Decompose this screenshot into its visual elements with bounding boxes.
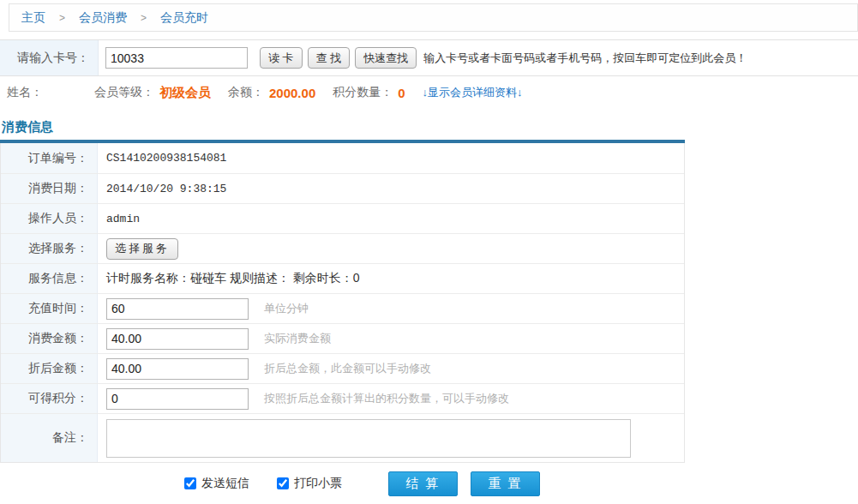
consume-date-row: 消费日期： 2014/10/20 9:38:15 [1,173,684,203]
service-info-row: 服务信息： 计时服务名称：碰碰车 规则描述： 剩余时长：0 [1,263,684,293]
service-info-value: 计时服务名称：碰碰车 规则描述： 剩余时长：0 [106,271,360,286]
breadcrumb-member-consume[interactable]: 会员消费 [79,10,127,26]
member-balance-label: 余额： [228,85,264,100]
breadcrumb-home[interactable]: 主页 [21,10,45,26]
reset-button[interactable]: 重 置 [471,471,540,496]
consume-date-label: 消费日期： [1,174,98,203]
order-no-label: 订单编号： [1,143,98,173]
remark-row: 备注： [1,413,684,462]
footer-actions: 发送短信 打印小票 结 算 重 置 [0,471,685,496]
consume-amount-label: 消费金额： [1,324,98,353]
remark-label: 备注： [1,414,98,462]
settle-button[interactable]: 结 算 [388,471,458,496]
recharge-time-label: 充值时间： [1,294,98,323]
card-number-label: 请输入卡号： [0,40,99,75]
card-number-input[interactable] [105,47,248,69]
operator-value: admin [106,213,140,225]
order-no-row: 订单编号： CS1410200938154081 [1,143,684,173]
find-button[interactable]: 查 找 [308,47,351,69]
print-receipt-checkbox[interactable] [277,477,289,489]
earn-points-row: 可得积分： 按照折后总金额计算出的积分数量，可以手动修改 [1,383,684,413]
quick-find-button[interactable]: 快速查找 [355,47,417,69]
breadcrumb: 主页 > 会员消费 > 会员充时 [9,3,858,32]
show-member-detail-link[interactable]: ↓显示会员详细资料↓ [423,85,523,100]
recharge-time-hint: 单位分钟 [264,301,309,316]
order-no-value: CS1410200938154081 [106,152,226,165]
consume-amount-hint: 实际消费金额 [264,331,331,346]
remark-textarea[interactable] [106,419,631,458]
member-info-row: 姓名： 会员等级： 初级会员 余额： 2000.00 积分数量： 0 ↓显示会员… [0,76,858,109]
operator-label: 操作人员： [1,204,98,233]
earn-points-hint: 按照折后总金额计算出的积分数量，可以手动修改 [264,391,509,406]
section-title-consume-info: 消费信息 [2,119,858,135]
read-card-button[interactable]: 读 卡 [260,47,303,69]
breadcrumb-separator-icon: > [59,12,65,24]
member-points-label: 积分数量： [333,85,393,100]
consume-amount-input[interactable] [106,328,249,350]
recharge-time-row: 充值时间： 单位分钟 [1,293,684,323]
breadcrumb-separator-icon: > [141,12,147,24]
card-search-hint: 输入卡号或者卡面号码或者手机号码，按回车即可定位到此会员！ [423,51,747,66]
earn-points-label: 可得积分： [1,384,98,413]
earn-points-input[interactable] [106,388,249,410]
member-level-value: 初级会员 [159,85,211,101]
member-level-label: 会员等级： [94,85,154,100]
consume-amount-row: 消费金额： 实际消费金额 [1,323,684,353]
select-service-row: 选择服务： 选择服务 [1,233,684,263]
discount-amount-row: 折后金额： 折后总金额，此金额可以手动修改 [1,353,684,383]
discount-amount-input[interactable] [106,358,249,380]
send-sms-checkbox[interactable] [184,477,196,489]
print-receipt-label: 打印小票 [294,476,342,491]
consume-date-value: 2014/10/20 9:38:15 [106,183,226,195]
member-name-label: 姓名： [7,85,43,100]
discount-amount-hint: 折后总金额，此金额可以手动修改 [264,361,431,376]
service-info-label: 服务信息： [1,264,98,293]
member-balance-value: 2000.00 [269,86,315,100]
select-service-button[interactable]: 选择服务 [106,238,178,260]
send-sms-label: 发送短信 [201,476,249,491]
consume-form-table: 订单编号： CS1410200938154081 消费日期： 2014/10/2… [0,143,685,463]
recharge-time-input[interactable] [106,298,249,320]
member-points-value: 0 [398,86,405,100]
operator-row: 操作人员： admin [1,203,684,233]
select-service-label: 选择服务： [1,234,98,263]
discount-amount-label: 折后金额： [1,354,98,383]
breadcrumb-member-recharge-time[interactable]: 会员充时 [160,10,208,26]
card-search-row: 请输入卡号： 读 卡 查 找 快速查找 输入卡号或者卡面号码或者手机号码，按回车… [0,39,858,76]
